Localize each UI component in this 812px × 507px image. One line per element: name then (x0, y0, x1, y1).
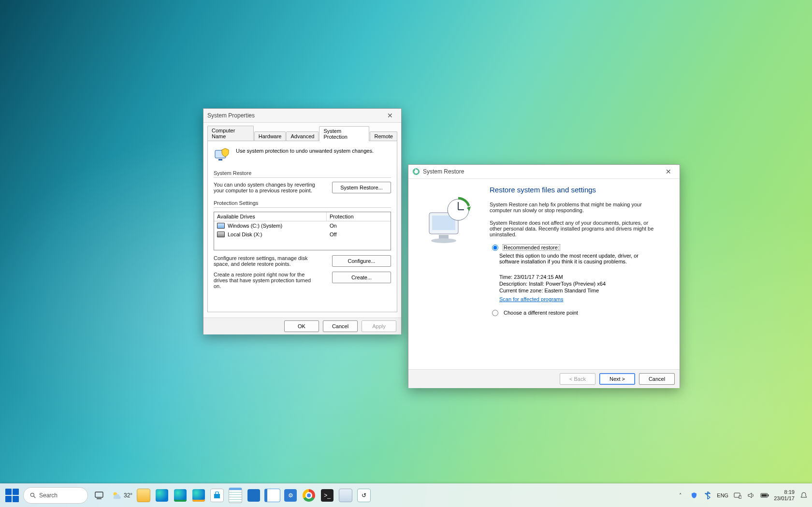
taskbar: Search 32° ⚙ >_ ↺ ˄ (0, 483, 812, 507)
svg-rect-5 (439, 235, 449, 239)
taskbar-app-calendar[interactable] (246, 486, 262, 505)
create-description: Create a restore point right now for the… (214, 272, 315, 289)
tab-system-protection[interactable]: System Protection (319, 126, 369, 141)
svg-rect-1 (218, 159, 222, 160)
intro-text: Use system protection to undo unwanted s… (236, 148, 374, 154)
tray-bluetooth-icon[interactable] (703, 491, 712, 500)
svg-rect-10 (95, 492, 103, 497)
svg-line-9 (34, 496, 36, 498)
drive-row[interactable]: Local Disk (X:) Off (214, 230, 391, 239)
wizard-heading: Restore system files and settings (490, 186, 666, 194)
ok-button[interactable]: OK (284, 320, 319, 332)
apply-button: Apply (362, 320, 396, 332)
svg-rect-13 (214, 494, 220, 498)
taskbar-app-terminal[interactable]: >_ (319, 486, 335, 505)
tray-battery-icon[interactable] (760, 491, 769, 500)
restore-description: Description: Install: PowerToys (Preview… (499, 281, 666, 287)
system-properties-window: System Properties ✕ Computer Name Hardwa… (203, 108, 402, 334)
weather-widget[interactable]: 32° (111, 490, 132, 501)
close-icon[interactable]: ✕ (383, 111, 397, 120)
taskbar-app-control-panel[interactable] (337, 486, 354, 505)
configure-description: Configure restore settings, manage disk … (214, 255, 315, 267)
tray-volume-icon[interactable] (747, 491, 755, 500)
taskbar-app-edge-canary[interactable] (190, 486, 207, 505)
desktop: System Properties ✕ Computer Name Hardwa… (0, 0, 812, 507)
back-button: < Back (560, 373, 595, 385)
pinned-apps: ⚙ >_ ↺ (135, 486, 372, 505)
col-protection[interactable]: Protection (327, 212, 391, 221)
svg-rect-17 (768, 494, 769, 496)
taskbar-app-system-restore[interactable]: ↺ (356, 486, 372, 505)
tab-advanced[interactable]: Advanced (286, 131, 319, 141)
col-available-drives[interactable]: Available Drives (214, 212, 327, 221)
tab-page-system-protection: Use system protection to undo unwanted s… (207, 141, 397, 312)
taskbar-app-notepad[interactable] (227, 486, 244, 505)
tray-overflow-icon[interactable]: ˄ (676, 491, 685, 500)
taskbar-app-settings[interactable]: ⚙ (282, 486, 299, 505)
svg-rect-11 (97, 498, 102, 499)
create-button[interactable]: Create... (332, 272, 391, 283)
tray-network-icon[interactable] (733, 491, 742, 500)
next-button[interactable]: Next > (599, 373, 635, 385)
svg-rect-15 (739, 496, 741, 498)
system-restore-window: System Restore ✕ Restore system files (408, 164, 680, 388)
radio-recommended-restore[interactable]: Recommended restore: (490, 244, 666, 251)
search-icon (29, 492, 36, 499)
taskbar-app-edge-dev[interactable] (172, 486, 188, 505)
group-protection-settings-title: Protection Settings (214, 200, 391, 206)
tab-hardware[interactable]: Hardware (254, 131, 286, 141)
drive-icon (217, 232, 225, 237)
group-system-restore-title: System Restore (214, 170, 391, 176)
tray-clock[interactable]: 8:19 23/01/17 (774, 489, 795, 502)
close-icon[interactable]: ✕ (661, 167, 676, 176)
taskbar-search[interactable]: Search (23, 487, 88, 504)
window-title: System Properties (207, 109, 383, 122)
tab-remote[interactable]: Remote (370, 131, 397, 141)
tray-security-icon[interactable] (690, 491, 698, 500)
wizard-graphic (408, 179, 490, 369)
drive-icon (217, 223, 225, 229)
svg-point-8 (30, 493, 34, 496)
tray-notifications-icon[interactable] (799, 491, 808, 500)
system-restore-titlebar[interactable]: System Restore ✕ (408, 165, 680, 179)
scan-affected-link[interactable]: Scan for affected programs (499, 296, 563, 302)
start-button[interactable] (4, 486, 20, 505)
taskbar-app-store[interactable] (209, 486, 225, 505)
restore-time: Time: 23/01/17 7:24:15 AM (499, 274, 666, 280)
tabs: Computer Name Hardware Advanced System P… (207, 126, 397, 141)
weather-icon (111, 490, 122, 501)
taskbar-app-document[interactable] (264, 486, 280, 505)
shield-monitor-icon (214, 146, 231, 163)
restore-app-icon (412, 168, 420, 175)
taskbar-app-explorer[interactable] (135, 486, 152, 505)
system-tray: ˄ ENG 8:19 23/01/17 (676, 489, 808, 502)
svg-point-6 (431, 238, 456, 243)
drives-list[interactable]: Available Drives Protection Windows (C:)… (214, 212, 391, 250)
recommended-description: Select this option to undo the most rece… (499, 253, 649, 264)
cancel-button[interactable]: Cancel (323, 320, 358, 332)
svg-rect-18 (762, 494, 767, 497)
window-title: System Restore (423, 165, 661, 178)
restore-timezone: Current time zone: Eastern Standard Time (499, 288, 666, 293)
taskbar-app-chrome[interactable] (301, 486, 317, 505)
radio-different-restore-point[interactable]: Choose a different restore point (490, 309, 666, 316)
restore-description: You can undo system changes by reverting… (214, 182, 315, 193)
task-view-button[interactable] (91, 486, 107, 505)
taskbar-app-edge[interactable] (154, 486, 170, 505)
wizard-paragraph-1: System Restore can help fix problems tha… (490, 202, 654, 213)
configure-button[interactable]: Configure... (332, 255, 391, 267)
drive-row[interactable]: Windows (C:) (System) On (214, 221, 391, 230)
system-restore-button[interactable]: System Restore... (332, 182, 391, 193)
system-properties-titlebar[interactable]: System Properties ✕ (203, 109, 401, 123)
wizard-paragraph-2: System Restore does not affect any of yo… (490, 220, 654, 237)
tray-language[interactable]: ENG (717, 493, 728, 498)
tab-computer-name[interactable]: Computer Name (207, 126, 254, 141)
cancel-button[interactable]: Cancel (639, 373, 675, 385)
